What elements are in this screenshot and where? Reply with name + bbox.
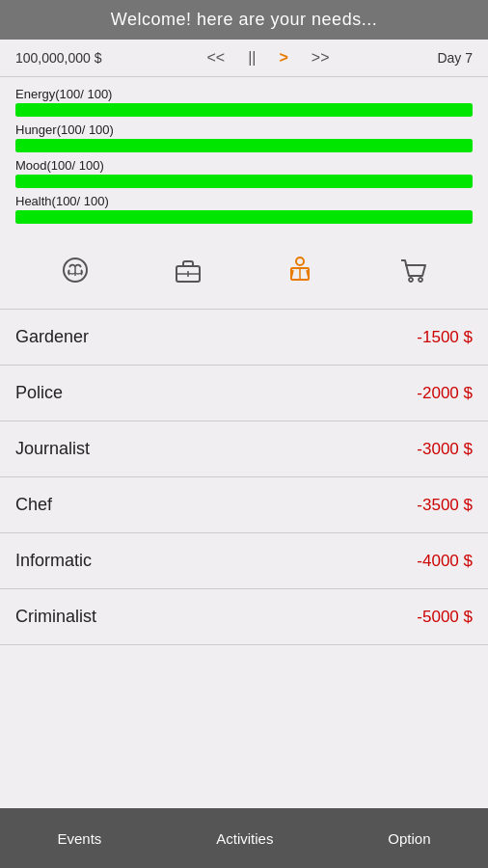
stat-row: Energy(100/ 100) (15, 87, 473, 117)
app-header: Welcome! here are your needs... (0, 0, 488, 40)
job-cost: -3500 $ (417, 496, 473, 515)
job-cost: -3000 $ (417, 440, 473, 459)
bottom-nav: EventsActivitiesOption (0, 808, 488, 868)
job-list: Gardener-1500 $Police-2000 $Journalist-3… (0, 310, 488, 645)
stat-row: Mood(100/ 100) (15, 158, 473, 188)
job-item[interactable]: Chef-3500 $ (0, 477, 488, 533)
stat-label: Mood(100/ 100) (15, 158, 473, 173)
pause-button[interactable]: || (242, 47, 261, 68)
job-name: Police (15, 383, 63, 403)
job-item[interactable]: Informatic-4000 $ (0, 533, 488, 589)
stat-label: Energy(100/ 100) (15, 87, 473, 101)
stat-row: Hunger(100/ 100) (15, 122, 473, 152)
forward-button[interactable]: >> (306, 47, 336, 68)
job-item[interactable]: Criminalist-5000 $ (0, 589, 488, 645)
stat-bar-fill (15, 139, 473, 152)
shop-tab[interactable] (384, 247, 442, 297)
stat-bar-bg (15, 103, 473, 117)
job-name: Criminalist (15, 607, 96, 627)
nav-buttons: << || > >> (201, 47, 335, 68)
job-name: Gardener (15, 327, 89, 347)
icon-tabs (0, 235, 488, 310)
header-title: Welcome! here are your needs... (111, 10, 377, 29)
job-item[interactable]: Gardener-1500 $ (0, 310, 488, 366)
job-name: Informatic (15, 551, 92, 571)
job-cost: -1500 $ (417, 328, 473, 347)
svg-point-4 (296, 258, 304, 265)
job-cost: -5000 $ (417, 608, 473, 627)
job-cost: -4000 $ (417, 552, 473, 571)
bottom-nav-item-events[interactable]: Events (38, 823, 121, 854)
stat-bar-bg (15, 210, 473, 224)
stat-bar-bg (15, 175, 473, 188)
job-name: Journalist (15, 439, 90, 459)
stat-row: Health(100/ 100) (15, 194, 473, 224)
play-button[interactable]: > (273, 47, 293, 68)
day-label: Day 7 (424, 50, 473, 66)
svg-point-7 (409, 278, 413, 282)
stat-bar-fill (15, 103, 473, 117)
read-tab[interactable] (271, 247, 329, 297)
stat-bar-bg (15, 139, 473, 152)
stat-bar-fill (15, 210, 473, 224)
rewind-fast-button[interactable]: << (201, 47, 230, 68)
stat-bar-fill (15, 175, 473, 188)
bottom-nav-item-option[interactable]: Option (368, 823, 449, 854)
svg-point-8 (419, 278, 422, 282)
job-name: Chef (15, 495, 52, 515)
brain-tab[interactable] (46, 247, 104, 297)
job-item[interactable]: Journalist-3000 $ (0, 421, 488, 477)
bottom-nav-item-activities[interactable]: Activities (197, 823, 292, 854)
money-display: 100,000,000 $ (15, 50, 112, 66)
stats-section: Energy(100/ 100)Hunger(100/ 100)Mood(100… (0, 77, 488, 235)
job-item[interactable]: Police-2000 $ (0, 366, 488, 421)
controls-bar: 100,000,000 $ << || > >> Day 7 (0, 40, 488, 77)
work-tab[interactable] (159, 247, 217, 297)
job-cost: -2000 $ (417, 384, 473, 403)
stat-label: Hunger(100/ 100) (15, 122, 473, 137)
stat-label: Health(100/ 100) (15, 194, 473, 208)
